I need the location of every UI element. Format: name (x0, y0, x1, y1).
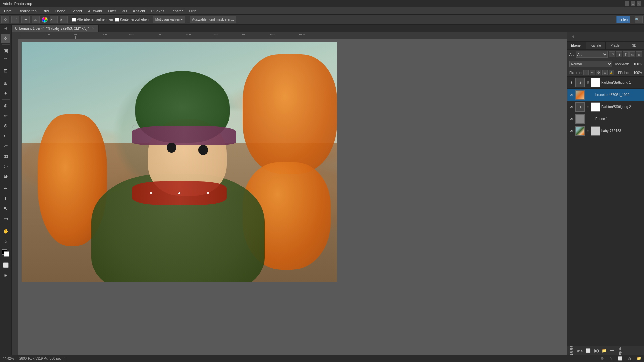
layer-eye-farb-saett-2[interactable]: 👁 (569, 104, 574, 110)
tool-zoom[interactable]: ⌕ (1, 236, 10, 246)
layers-mode-select[interactable]: Normal Multiplizieren Negativ multiplizi… (569, 61, 612, 67)
filter-adj-icon[interactable]: ◑ (616, 51, 622, 57)
tool-brush1[interactable]: ⌒ (11, 16, 19, 23)
auswaehlen-maskieren-button[interactable]: Auswählen und maskieren... (190, 16, 236, 23)
tool-rectangular-select[interactable]: ▣ (1, 46, 10, 55)
layer-item-brunette[interactable]: 👁 brunette-487061_1920 (567, 89, 644, 101)
layer-item-ebene-1[interactable]: 👁 Ebene 1 (567, 113, 644, 125)
delete-layer-button[interactable]: 🗑 (617, 347, 624, 354)
menu-fenster[interactable]: Fenster (168, 8, 185, 14)
tool-crop[interactable]: ⊞ (1, 78, 10, 88)
collapse-toggle[interactable]: ◀ (0, 25, 12, 32)
tool-lasso[interactable]: ⌒ (1, 56, 10, 65)
tool-clone[interactable]: ⊗ (1, 121, 10, 130)
status-icon-2[interactable]: fx (609, 357, 612, 361)
tool-brush2[interactable]: 〜 (21, 16, 30, 23)
add-mask-button[interactable]: ⬜ (585, 347, 591, 354)
alle-ebenen-checkbox[interactable] (72, 18, 76, 22)
menu-auswahl[interactable]: Auswahl (85, 8, 105, 14)
menu-ebene[interactable]: Ebene (52, 8, 68, 14)
new-group-button[interactable]: 📁 (601, 347, 607, 354)
status-icon-3[interactable]: ⬜ (618, 356, 623, 361)
minimize-button[interactable]: ─ (625, 1, 629, 6)
layer-name-ebene-1: Ebene 1 (595, 117, 643, 121)
tool-brush[interactable]: ✏ (1, 111, 10, 120)
tab-pfade[interactable]: Pfade (606, 42, 625, 49)
layer-item-baby[interactable]: 👁 ⛓ baby-772453 (567, 125, 644, 137)
lock-position-icon[interactable]: ✛ (596, 70, 601, 75)
layer-eye-brunette[interactable]: 👁 (569, 92, 574, 98)
tool-shape[interactable]: ▭ (1, 214, 10, 223)
menu-ansicht[interactable]: Ansicht (130, 8, 148, 14)
tool-text[interactable]: T (1, 194, 10, 203)
tool-pen[interactable]: ✒ (1, 184, 10, 193)
menu-plug-ins[interactable]: Plug-ins (148, 8, 167, 14)
layer-item-farb-saett-1[interactable]: 👁 ◑ ⛓ Farbton/Sättigung 1 (567, 77, 644, 89)
layer-eye-ebene-1[interactable]: 👁 (569, 116, 574, 122)
menu-bild[interactable]: Bild (40, 8, 51, 14)
status-icon-4[interactable]: ◑ (628, 356, 631, 361)
lock-image-icon[interactable]: ✏ (590, 70, 595, 75)
filter-smart-icon[interactable]: ◈ (636, 51, 642, 57)
tool-dodge[interactable]: ◕ (1, 171, 10, 181)
tool-brush3[interactable]: ⌓ (32, 16, 40, 23)
tool-move[interactable]: ✛ (1, 34, 10, 43)
tool-history-brush[interactable]: ↩ (1, 131, 10, 140)
tab-ebenen[interactable]: Ebenen (567, 42, 586, 49)
tool-eyedropper[interactable]: ✦ (1, 88, 10, 98)
motiv-label: Motiv auswählen (155, 18, 180, 21)
background-color[interactable] (4, 251, 9, 257)
color-selector[interactable] (42, 17, 48, 23)
teilen-button[interactable]: Teilen (616, 16, 630, 23)
layers-filter-select[interactable]: Art Name Effekt (576, 51, 608, 58)
document-tab[interactable]: Unbenannt-1 bei 44,4% (baby-772453, CMYK… (12, 25, 99, 32)
kante-checkbox[interactable] (115, 18, 119, 22)
layer-item-farb-saett-2[interactable]: 👁 ◑ ⛓ Farbton/Sättigung 2 (567, 101, 644, 113)
maximize-button[interactable]: □ (631, 1, 635, 6)
tool-selection[interactable]: ⊹ (1, 16, 9, 23)
menu-hilfe[interactable]: Hilfe (186, 8, 199, 14)
tool-path-select[interactable]: ↖ (1, 204, 10, 213)
doc-tab-close[interactable]: ✕ (91, 26, 95, 31)
menu-bearbeiten[interactable]: Bearbeiten (16, 8, 39, 14)
status-icon-5[interactable]: 📁 (637, 356, 641, 361)
filter-text-icon[interactable]: T (623, 51, 629, 57)
close-button[interactable]: ✕ (637, 1, 641, 6)
motiv-auswaehlen-button[interactable]: Motiv auswählen ▾ (153, 16, 185, 23)
tool-hand[interactable]: ✋ (1, 226, 10, 236)
canvas-wrapper[interactable] (18, 39, 567, 355)
tool-blur[interactable]: ◌ (1, 161, 10, 171)
fx-button[interactable]: fx (577, 347, 583, 354)
layer-thumb-ebene-1 (575, 114, 585, 124)
tool-gradient[interactable]: ▦ (1, 151, 10, 161)
panel-info-button[interactable] (569, 33, 577, 41)
crop-icon: ⊞ (4, 80, 8, 86)
menu-datei[interactable]: Datei (1, 8, 15, 14)
menu-filter[interactable]: Filter (105, 8, 119, 14)
new-layer-button[interactable]: + (609, 347, 615, 354)
menu-schrift[interactable]: Schrift (69, 8, 85, 14)
tab-kanaele[interactable]: Kanäle (586, 42, 605, 49)
status-icon-1[interactable]: ⚙ (601, 356, 604, 361)
lock-artboard-icon[interactable]: ⊞ (602, 70, 608, 75)
tool-arrow1[interactable]: ↗ (50, 16, 58, 23)
tool-screen-mode[interactable]: ⊞ (1, 270, 10, 280)
tool-eraser[interactable]: ▱ (1, 141, 10, 150)
menu-3d[interactable]: 3D (119, 8, 129, 14)
search-button[interactable] (635, 16, 643, 23)
new-adjustment-button[interactable]: ◑ (593, 347, 599, 354)
tab-3d[interactable]: 3D (625, 42, 644, 49)
layer-eye-farb-saett-1[interactable]: 👁 (569, 80, 574, 85)
color-swatches[interactable] (2, 249, 9, 257)
link-layers-button[interactable]: ⛓ (569, 347, 575, 354)
tool-quick-mask[interactable]: ⬜ (1, 260, 10, 270)
filter-shape-icon[interactable]: ▭ (629, 51, 635, 57)
tool-spot-heal[interactable]: ⊕ (1, 101, 10, 110)
ruler-tick-100 (47, 36, 47, 39)
tool-arrow2[interactable]: ↙ (60, 16, 68, 23)
filter-pixel-icon[interactable]: ⬚ (609, 51, 615, 57)
lock-transparent-icon[interactable]: ⬚ (583, 70, 589, 75)
layer-eye-baby[interactable]: 👁 (569, 128, 574, 134)
tool-object-select[interactable]: ⊡ (1, 66, 10, 75)
lock-all-icon[interactable]: 🔒 (609, 70, 614, 75)
